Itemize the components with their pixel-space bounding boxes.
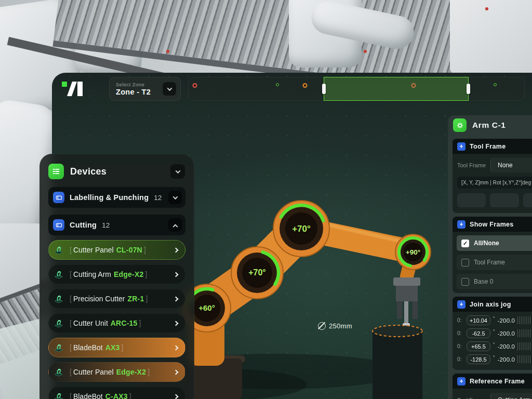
zone-selector-label: Select Zone bbox=[116, 82, 163, 87]
bracket: [ bbox=[70, 270, 72, 278]
chevron-right-icon bbox=[174, 296, 179, 301]
timeline-event-dot[interactable] bbox=[494, 83, 497, 86]
axis-jog-slider[interactable] bbox=[517, 355, 532, 363]
device-group-row[interactable]: Cutting 12 bbox=[48, 215, 185, 235]
axis-jog-slider[interactable] bbox=[517, 316, 532, 324]
diameter-annotation: 250mm bbox=[318, 322, 352, 330]
field-label: Tool Frame bbox=[457, 397, 490, 399]
zone-selector[interactable]: Select Zone Zone - T2 bbox=[109, 77, 181, 101]
group-label: Cutting bbox=[70, 221, 97, 229]
plus-icon[interactable]: + bbox=[457, 142, 466, 151]
bracket: [ bbox=[70, 368, 72, 376]
group-chevron-icon[interactable] bbox=[168, 191, 182, 204]
degree-symbol: ° bbox=[493, 329, 495, 334]
device-list-item[interactable]: [Cutting ArmEdge-X2] bbox=[48, 264, 185, 284]
checkbox-icon[interactable] bbox=[461, 278, 469, 286]
device-name: Cutter Panel bbox=[73, 368, 114, 376]
show-frames-option[interactable]: Base 0 bbox=[457, 274, 532, 289]
show-frames-option[interactable]: Tool Frame bbox=[457, 255, 532, 270]
robot-joint-elbow: +70° bbox=[231, 247, 283, 299]
bracket: ] bbox=[129, 392, 131, 399]
device-list-item[interactable]: [BladeBotC-AX3] bbox=[48, 387, 185, 399]
group-count: 12 bbox=[102, 221, 163, 229]
axis-jog-slider[interactable] bbox=[517, 329, 532, 337]
timeline-event-dot[interactable] bbox=[276, 83, 279, 86]
coordinate-value-input[interactable] bbox=[523, 193, 532, 207]
show-frames-option[interactable]: All/None bbox=[457, 235, 532, 251]
checkbox-icon[interactable] bbox=[461, 240, 469, 247]
chevron-right-icon bbox=[174, 247, 179, 252]
show-frames-card: + Show Frames All/None Tool Frame Base 0 bbox=[453, 217, 532, 293]
checkbox-icon[interactable] bbox=[461, 259, 469, 267]
robot-device-icon bbox=[54, 342, 64, 353]
tool-frame-select[interactable]: None bbox=[490, 158, 532, 172]
plus-icon[interactable]: + bbox=[457, 220, 466, 229]
timeline-event-dot[interactable] bbox=[193, 83, 197, 88]
axis-label: 0: bbox=[457, 317, 464, 323]
device-label: [Precision CutterZR-1] bbox=[68, 295, 168, 303]
axis-jog-row: 0: +10.04 ° -200.0 bbox=[457, 314, 532, 327]
device-label: [Cutter UnitARC-15] bbox=[68, 319, 168, 327]
reference-frame-header[interactable]: + Reference Frame bbox=[453, 374, 532, 389]
timeline-selection-range[interactable] bbox=[324, 77, 469, 101]
group-chevron-icon[interactable] bbox=[168, 218, 182, 232]
device-group-row[interactable]: Labelling & Punching 12 bbox=[48, 187, 185, 208]
devices-panel: Devices Labelling & Punching 12 bbox=[39, 154, 194, 399]
device-list-item[interactable]: [Cutter UnitARC-15] bbox=[48, 313, 185, 333]
axis-value-input[interactable]: +65.5 bbox=[467, 341, 490, 351]
device-list-item[interactable]: [BladeBotAX3] bbox=[48, 338, 185, 357]
show-frames-header[interactable]: + Show Frames bbox=[453, 217, 532, 232]
coordinate-value-input[interactable] bbox=[490, 193, 518, 207]
card-title: Show Frames bbox=[470, 221, 514, 228]
devices-panel-title: Devices bbox=[70, 166, 164, 177]
axis-value-input[interactable]: -62.5 bbox=[467, 328, 490, 338]
axis-limit-value: -200.0 bbox=[497, 317, 515, 324]
device-model: Edge-X2 bbox=[116, 368, 146, 376]
arm-panel-header: Arm C-1 bbox=[448, 115, 532, 135]
robot-device-icon bbox=[54, 269, 64, 280]
tool-frame-card: + Tool Frame Tool Frame None [X, Y, Z]mm… bbox=[453, 139, 532, 213]
device-name: Cutting Arm bbox=[73, 270, 111, 278]
brand-logo-icon bbox=[61, 78, 85, 99]
selection-end-handle[interactable] bbox=[467, 84, 470, 94]
devices-list-icon bbox=[48, 164, 64, 179]
device-list-item[interactable]: [Precision CutterZR-1] bbox=[48, 289, 185, 309]
checkbox-label: Base 0 bbox=[474, 278, 493, 285]
axis-jog-row: 0: -62.5 ° -200.0 bbox=[457, 327, 532, 340]
gear-icon bbox=[453, 118, 467, 132]
device-list: [Cutter PanelCL-07N] [Cutting ArmEdge-X2… bbox=[48, 240, 185, 399]
selection-start-handle[interactable] bbox=[322, 84, 326, 94]
axis-value-input[interactable]: -128.5 bbox=[467, 354, 490, 364]
svg-text:+70°: +70° bbox=[248, 268, 266, 277]
axis-value-input[interactable]: +10.04 bbox=[467, 315, 490, 325]
axis-jog-rows: 0: +10.04 ° -200.0 0: -62.5 ° -200.0 0: … bbox=[453, 312, 532, 370]
svg-text:+70°: +70° bbox=[292, 224, 311, 234]
axis-label: 0: bbox=[457, 330, 464, 336]
machine-indicator bbox=[166, 50, 169, 53]
checkbox-label: All/None bbox=[474, 240, 499, 247]
axis-jog-header[interactable]: + Join axis jog bbox=[453, 297, 532, 312]
device-list-item[interactable]: [Cutter PanelEdge-X2] bbox=[48, 362, 185, 382]
zone-chevron-down-icon[interactable] bbox=[163, 82, 176, 96]
devices-collapse-chevron-icon[interactable] bbox=[170, 164, 185, 179]
axis-jog-slider[interactable] bbox=[517, 342, 532, 350]
tool-frame-header[interactable]: + Tool Frame bbox=[453, 139, 532, 154]
timeline[interactable] bbox=[188, 77, 525, 101]
app-root: +60° +70° +70° +90° bbox=[0, 0, 532, 399]
device-model: AX3 bbox=[105, 343, 120, 352]
robot-device-icon bbox=[54, 391, 64, 399]
axis-label: 0: bbox=[457, 343, 464, 349]
arm-panel-title: Arm C-1 bbox=[472, 121, 506, 130]
reference-frame-select[interactable]: Cutting Arm 01 bbox=[490, 393, 532, 399]
device-model: ZR-1 bbox=[127, 295, 144, 303]
device-label: [Cutter PanelCL-07N] bbox=[68, 246, 168, 254]
device-model: C-AX3 bbox=[105, 392, 128, 399]
plus-icon[interactable]: + bbox=[457, 300, 466, 309]
robot-device-icon bbox=[54, 245, 64, 255]
coordinate-value-input[interactable] bbox=[457, 193, 486, 207]
timeline-event-dot[interactable] bbox=[302, 83, 307, 88]
device-list-item[interactable]: [Cutter PanelCL-07N] bbox=[48, 240, 185, 260]
topbar: Select Zone Zone - T2 bbox=[52, 73, 532, 105]
plus-icon[interactable]: + bbox=[457, 377, 466, 385]
workpiece-cylinder bbox=[373, 325, 422, 399]
